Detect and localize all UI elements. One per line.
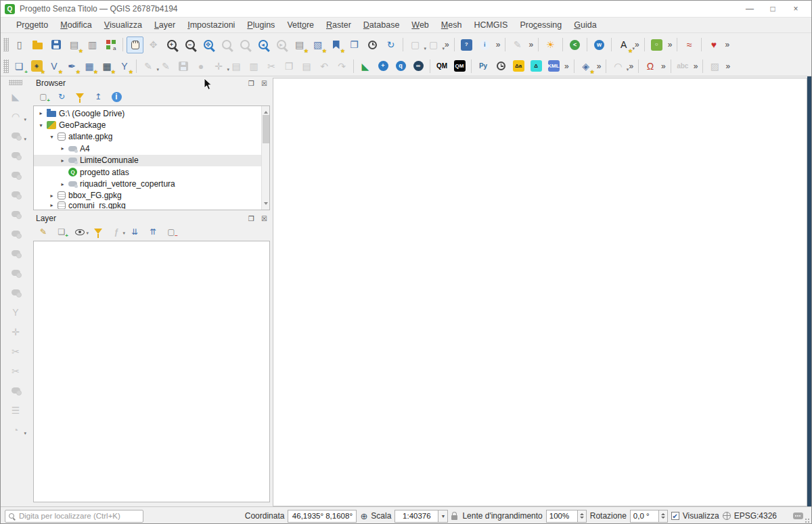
menu-impostazioni[interactable]: Impostazioni (181, 19, 241, 31)
add-group-button[interactable]: ❏+ (55, 226, 68, 238)
menu-hcmgis[interactable]: HCMGIS (468, 19, 514, 31)
scroll-down-icon[interactable] (264, 202, 268, 207)
browser-item-atlante-gpkg[interactable]: ▾atlante.gpkg (34, 131, 261, 143)
magnifier-spin-buttons[interactable] (577, 510, 587, 523)
dropdown-arrow-icon[interactable]: ▾ (86, 231, 89, 236)
plugins-overflow-button[interactable]: » (723, 40, 731, 49)
menu-database[interactable]: Database (357, 19, 406, 31)
crs-globe-icon[interactable] (723, 512, 731, 520)
toolbar-grip[interactable] (3, 59, 9, 73)
browser-item-a4[interactable]: ▸A4 (34, 143, 261, 154)
filter-browser-button[interactable] (74, 91, 86, 103)
browser-item-riquadri-vettore-copertura[interactable]: ▸riquadri_vettore_copertura (34, 178, 261, 189)
show-spatial-bookmarks-button[interactable]: ❐ (346, 37, 363, 53)
qm-plugin-button[interactable]: QM (434, 58, 450, 74)
browser-scrollbar[interactable] (261, 106, 269, 210)
new-mesh-layer-button[interactable]: Y★ (116, 58, 133, 74)
browser-float-button[interactable]: ❐ (248, 80, 254, 87)
dropdown-arrow-icon[interactable]: ▾ (633, 46, 635, 51)
filter-legend-button[interactable] (92, 226, 104, 238)
rotation-spin-buttons[interactable] (658, 510, 668, 523)
attributes-overflow-button[interactable]: » (494, 40, 503, 49)
data-source-manager-button[interactable]: ❏+ (11, 58, 27, 74)
layers-close-button[interactable]: ☒ (261, 215, 267, 222)
new-spatialite-layer-button[interactable]: ✒★ (64, 58, 80, 74)
mesh-overflow-button[interactable]: » (723, 62, 732, 71)
open-layer-styling-button[interactable]: ✎ (37, 226, 49, 238)
remove-layer-group-button[interactable]: ▢− (165, 226, 177, 238)
globe-search-button[interactable]: ∞ (410, 58, 426, 74)
menu-progetto[interactable]: Progetto (10, 19, 54, 31)
measure-tool-button[interactable]: ◣ (357, 58, 374, 74)
new-virtual-layer-button[interactable]: ▦★ (99, 58, 115, 74)
help-contents-button[interactable]: ? (458, 37, 475, 53)
temporal-controller-button[interactable] (364, 37, 381, 53)
map-canvas[interactable] (273, 78, 807, 506)
dropdown-arrow-icon[interactable]: ▾ (122, 231, 125, 236)
new-shapefile-layer-button[interactable]: V★ (46, 58, 62, 74)
refresh-map-button[interactable]: ↻ (382, 37, 399, 53)
expander-icon[interactable]: ▾ (38, 122, 44, 128)
messages-icon[interactable] (793, 513, 803, 519)
menu-visualizza[interactable]: Visualizza (98, 19, 148, 31)
close-button[interactable]: × (784, 4, 807, 14)
expander-icon[interactable]: ▾ (49, 134, 55, 140)
scale-value[interactable]: 1:40376 (394, 510, 438, 523)
dropdown-arrow-icon[interactable]: ▾ (627, 67, 629, 72)
menu-plugins[interactable]: Plugins (241, 19, 281, 31)
labels-overflow-button[interactable]: » (526, 40, 535, 49)
expander-icon[interactable]: ▸ (60, 158, 66, 164)
menu-raster[interactable]: Raster (320, 19, 357, 31)
browser-item-limitecomunale[interactable]: ▸LimiteComunale (34, 155, 261, 166)
globe-query-layer-button[interactable]: q (392, 58, 409, 74)
python-console-button[interactable]: Py (475, 58, 491, 74)
annotation-overflow-button[interactable]: » (692, 62, 700, 71)
sun-calc-plugin-button[interactable]: ☀ (542, 37, 559, 53)
menu-guida[interactable]: Guida (568, 19, 602, 31)
magnifier-value[interactable]: 100% (546, 510, 577, 523)
menu-layer[interactable]: Layer (148, 19, 181, 31)
lock-scale-icon[interactable] (451, 515, 457, 520)
expander-icon[interactable]: ▸ (60, 181, 66, 187)
new-3d-map-view-button[interactable]: ▧★ (309, 37, 326, 53)
expander-icon[interactable]: ▸ (49, 202, 55, 208)
open-project-button[interactable] (29, 37, 46, 53)
browser-item-geopackage[interactable]: ▾GeoPackage (34, 119, 261, 130)
toolbar-grip[interactable] (9, 80, 22, 85)
layer-labeling-options-button[interactable]: A★▾ (615, 37, 632, 53)
layer-list[interactable] (33, 241, 270, 502)
rotation-value[interactable]: 0,0 ° (630, 510, 658, 523)
scroll-up-icon[interactable] (264, 109, 268, 114)
vertex-tool-button[interactable]: ◈★ (578, 58, 594, 74)
render-checkbox[interactable]: ✔ (671, 512, 679, 520)
pan-map-button[interactable] (127, 37, 143, 53)
save-project-button[interactable] (47, 37, 64, 53)
maximize-button[interactable]: □ (761, 4, 784, 14)
snapping-toggle-button[interactable]: Ω (642, 58, 658, 74)
expand-all-layers-button[interactable]: ⇊ (129, 226, 141, 238)
new-spatial-bookmark-button[interactable]: ★ (328, 37, 344, 53)
quickosm-overflow-button[interactable]: » (666, 40, 675, 49)
scale-dropdown-icon[interactable]: ▼ (438, 510, 448, 523)
resize-grip[interactable] (805, 518, 810, 523)
web-service-plugin-button[interactable]: w (591, 37, 608, 53)
share-plugin-button[interactable]: < (566, 37, 583, 53)
globe-add-layer-button[interactable]: + (375, 58, 391, 74)
enable-properties-widget-button[interactable]: i (110, 91, 122, 103)
new-geopackage-layer-button[interactable]: ◈★ (28, 58, 45, 74)
document-generator-plugin-button[interactable]: ♥ (705, 37, 722, 53)
identify-features-button[interactable]: i (476, 37, 493, 53)
qm-console-plugin-button[interactable]: QM (451, 58, 468, 74)
dropdown-arrow-icon[interactable]: ▾ (24, 137, 26, 142)
browser-item-bbox-fg-gpkg[interactable]: ▸bbox_FG.gpkg (34, 190, 261, 201)
digitizing-overflow-button[interactable]: » (595, 62, 604, 71)
delta-attributes-plugin-button[interactable]: Δa (510, 58, 526, 74)
style-manager-button[interactable] (102, 37, 119, 53)
zoom-in-button[interactable]: + (163, 37, 180, 53)
timer-plugin-button[interactable] (493, 58, 509, 74)
toolbar-grip[interactable] (3, 38, 9, 51)
kml-tools-plugin-button[interactable]: KML (545, 58, 562, 74)
collapse-all-browser-button[interactable]: ↥ (92, 91, 104, 103)
locator-search[interactable] (5, 510, 143, 523)
expander-icon[interactable]: ▸ (60, 145, 66, 151)
